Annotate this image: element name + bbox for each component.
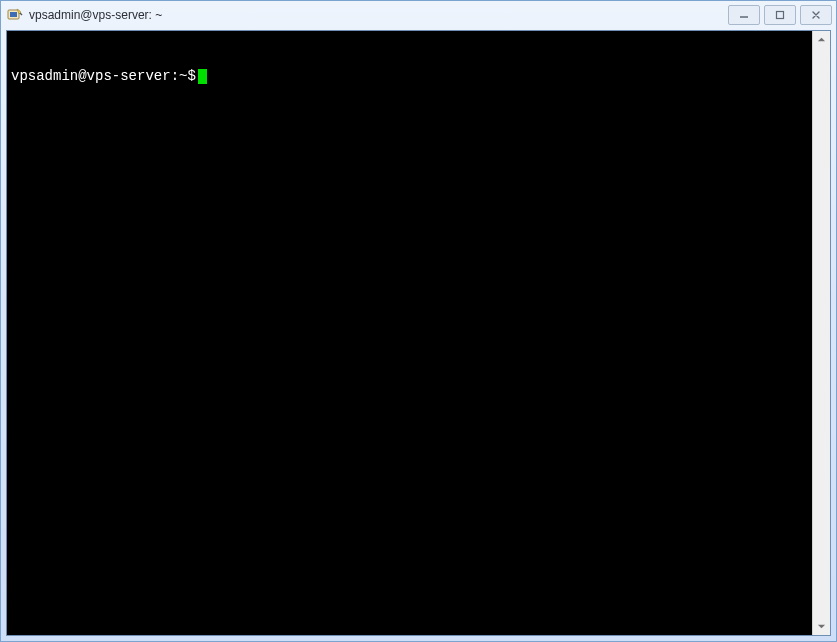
close-button[interactable]	[800, 5, 832, 25]
cursor-block	[198, 69, 207, 84]
prompt-text: vpsadmin@vps-server:~$	[11, 68, 196, 85]
window-title: vpsadmin@vps-server: ~	[29, 8, 162, 22]
title-left: vpsadmin@vps-server: ~	[7, 7, 162, 23]
scroll-down-arrow-icon[interactable]	[813, 618, 830, 635]
maximize-button[interactable]	[764, 5, 796, 25]
putty-icon	[7, 7, 23, 23]
window-controls	[728, 5, 832, 25]
minimize-button[interactable]	[728, 5, 760, 25]
svg-rect-1	[10, 12, 17, 17]
terminal[interactable]: vpsadmin@vps-server:~$	[7, 31, 812, 635]
prompt-line: vpsadmin@vps-server:~$	[11, 68, 808, 85]
vertical-scrollbar[interactable]	[812, 31, 830, 635]
svg-rect-4	[777, 12, 784, 19]
title-bar[interactable]: vpsadmin@vps-server: ~	[1, 1, 836, 29]
client-area: vpsadmin@vps-server:~$	[6, 30, 831, 636]
svg-line-2	[20, 13, 22, 15]
scroll-up-arrow-icon[interactable]	[813, 31, 830, 48]
application-window: vpsadmin@vps-server: ~ vpsadmin@vps-serv…	[0, 0, 837, 642]
